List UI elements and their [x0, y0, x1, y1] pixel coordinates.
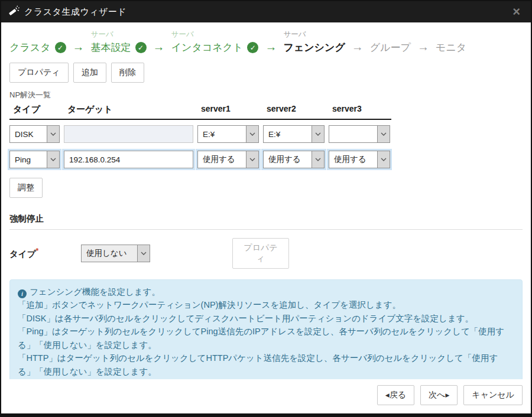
step-arrow-icon: →: [345, 40, 370, 54]
select-value: DISK: [10, 126, 47, 142]
np-server2-select[interactable]: E:¥: [263, 125, 325, 143]
info-line: 「HTTP」はターゲット列のセルをクリックしてHTTPパケット送信先を設定し、各…: [18, 351, 514, 378]
select-value: E:¥: [264, 126, 312, 142]
forced-stop-row: タイプ* 使用しない プロパティ: [9, 238, 523, 269]
step-group: グループ: [370, 30, 411, 54]
np-server3-select[interactable]: [329, 125, 390, 143]
step-label: インタコネクト: [171, 41, 244, 54]
np-table-header: タイプ ターゲット server1 server2 server3: [9, 104, 391, 120]
step-arrow-icon: →: [147, 40, 171, 54]
step-sub-label: [370, 30, 411, 41]
col-header-server3: server3: [329, 104, 390, 115]
cluster-wizard-dialog: クラスタ生成ウィザード × クラスタ ✓ → サーバ 基本設定 ✓ →: [0, 0, 532, 417]
step-interconnect: サーバ インタコネクト ✓: [171, 30, 259, 54]
step-fencing: サーバ フェンシング: [283, 30, 345, 54]
wizard-steps: クラスタ ✓ → サーバ 基本設定 ✓ → サーバ インタコネクト ✓: [9, 30, 523, 54]
step-sub-label: [9, 30, 66, 41]
forced-stop-heading: 強制停止: [9, 213, 523, 229]
wizard-content: クラスタ ✓ → サーバ 基本設定 ✓ → サーバ インタコネクト ✓: [1, 22, 531, 379]
info-line: 「Ping」はターゲット列のセルをクリックしてPing送信先のIPアドレスを設定…: [18, 325, 514, 351]
title-bar: クラスタ生成ウィザード ×: [1, 1, 531, 22]
step-label: フェンシング: [283, 41, 345, 54]
step-sub-label: サーバ: [91, 30, 147, 41]
back-arrow-icon: ◀: [385, 392, 390, 398]
next-button[interactable]: 次へ▶: [420, 385, 458, 405]
np-server1-select[interactable]: E:¥: [197, 125, 259, 143]
np-server1-select[interactable]: 使用する: [197, 151, 259, 168]
table-row: DISK E:¥: [9, 125, 391, 143]
col-header-type: タイプ: [9, 104, 60, 115]
step-arrow-icon: →: [66, 40, 91, 54]
np-target-field: [64, 125, 193, 143]
section-divider: [9, 229, 523, 230]
step-sub-label: [436, 30, 466, 41]
np-type-select[interactable]: DISK: [9, 125, 60, 143]
tune-button[interactable]: 調整: [9, 178, 43, 198]
np-server3-select[interactable]: 使用する: [329, 151, 390, 168]
add-button[interactable]: 追加: [73, 63, 106, 83]
info-icon: i: [18, 289, 27, 298]
step-label: クラスタ: [9, 41, 51, 54]
chevron-down-icon: [312, 151, 324, 168]
np-type-select[interactable]: Ping: [9, 151, 60, 168]
next-arrow-icon: ▶: [445, 392, 449, 398]
info-box: iフェンシング機能を設定します。 「追加」ボタンでネットワークパーティション(N…: [9, 279, 523, 379]
property-button[interactable]: プロパティ: [9, 63, 69, 83]
step-label: グループ: [370, 41, 411, 54]
chevron-down-icon: [246, 151, 258, 168]
table-row: Ping 使用する: [9, 151, 391, 168]
info-line: iフェンシング機能を設定します。: [18, 285, 514, 298]
select-value: 使用する: [198, 151, 246, 168]
check-icon: ✓: [55, 42, 66, 53]
step-cluster: クラスタ ✓: [9, 30, 66, 54]
select-value: [329, 126, 377, 142]
np-toolbar: プロパティ 追加 削除: [9, 63, 523, 83]
wand-icon: [8, 5, 20, 19]
chevron-down-icon: [137, 245, 150, 262]
delete-button[interactable]: 削除: [111, 63, 144, 83]
chevron-down-icon: [312, 126, 324, 142]
chevron-down-icon: [377, 151, 390, 168]
step-arrow-icon: →: [411, 40, 436, 54]
col-header-server1: server1: [197, 104, 259, 115]
col-header-server2: server2: [263, 104, 325, 115]
step-basic-settings: サーバ 基本設定 ✓: [91, 30, 147, 54]
select-value: Ping: [10, 151, 47, 168]
required-mark: *: [36, 247, 39, 255]
chevron-down-icon: [377, 126, 390, 142]
check-icon: ✓: [135, 42, 147, 53]
step-label: モニタ: [436, 41, 466, 54]
chevron-down-icon: [246, 126, 258, 142]
window-title: クラスタ生成ウィザード: [24, 6, 126, 18]
np-target-field[interactable]: [64, 151, 193, 168]
step-sub-label: サーバ: [171, 30, 259, 41]
check-icon: ✓: [247, 42, 258, 53]
forced-stop-property-button[interactable]: プロパティ: [232, 238, 289, 269]
forced-stop-type-select[interactable]: 使用しない: [81, 245, 150, 262]
chevron-down-icon: [47, 126, 59, 142]
select-value: 使用する: [329, 151, 377, 168]
info-line: 「DISK」は各サーバ列のセルをクリックしてディスクハートビート用パーティション…: [18, 312, 514, 325]
close-icon[interactable]: ×: [509, 5, 524, 18]
np-list-caption: NP解決一覧: [9, 90, 523, 100]
np-table: タイプ ターゲット server1 server2 server3 DISK: [9, 104, 391, 168]
chevron-down-icon: [47, 151, 59, 168]
info-line: 「追加」ボタンでネットワークパーティション(NP)解決リソースを追加し、タイプを…: [18, 298, 514, 311]
select-value: 使用する: [264, 151, 312, 168]
step-label: 基本設定: [91, 41, 131, 54]
step-sub-label: サーバ: [283, 30, 345, 41]
step-arrow-icon: →: [258, 40, 283, 54]
back-button[interactable]: ◀戻る: [377, 385, 414, 405]
np-server2-select[interactable]: 使用する: [263, 151, 325, 168]
select-value: 使用しない: [82, 245, 137, 262]
wizard-footer: ◀戻る 次へ▶ キャンセル: [1, 379, 531, 413]
forced-stop-type-label: タイプ*: [9, 247, 81, 260]
select-value: E:¥: [198, 126, 246, 142]
step-monitor: モニタ: [436, 30, 466, 54]
cancel-button[interactable]: キャンセル: [463, 385, 523, 405]
col-header-target: ターゲット: [64, 104, 193, 115]
